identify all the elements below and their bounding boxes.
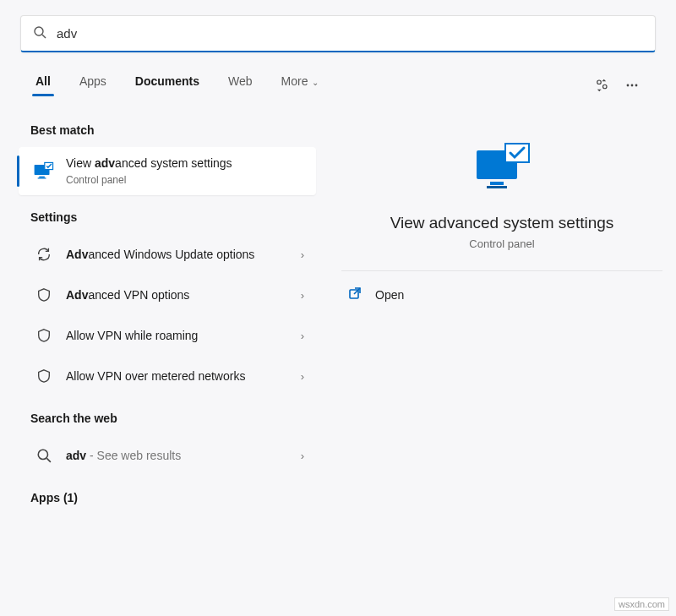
tab-more[interactable]: More⌄: [276, 71, 324, 100]
open-action[interactable]: Open: [341, 271, 662, 318]
svg-rect-9: [38, 177, 46, 178]
best-match-title: View advanced system settings: [66, 155, 304, 172]
section-best-match: Best match: [0, 108, 324, 147]
search-icon: [32, 444, 56, 467]
tab-web[interactable]: Web: [223, 71, 258, 100]
section-search-web: Search the web: [0, 396, 324, 435]
section-settings: Settings: [0, 195, 324, 234]
section-apps: Apps (1): [0, 476, 324, 515]
svg-point-2: [597, 80, 602, 84]
shield-icon: [32, 324, 56, 347]
svg-point-4: [627, 84, 630, 87]
svg-point-11: [38, 450, 47, 459]
svg-rect-15: [487, 186, 507, 188]
settings-result-title: Allow VPN over metered networks: [66, 368, 294, 384]
filter-tabs: All Apps Documents Web More⌄: [0, 52, 676, 100]
preview-monitor-check-icon: [341, 142, 662, 199]
account-switch-icon[interactable]: [588, 72, 615, 99]
svg-line-18: [354, 288, 360, 294]
preview-pane: View advanced system settings Control pa…: [324, 108, 676, 515]
svg-rect-14: [490, 182, 504, 185]
settings-result[interactable]: Advanced VPN options›: [19, 275, 316, 315]
open-external-icon: [348, 286, 362, 303]
chevron-right-icon: ›: [301, 248, 304, 261]
web-result-title: adv - See web results: [66, 448, 294, 464]
shield-icon: [32, 364, 56, 388]
svg-point-0: [35, 27, 43, 35]
best-match-result[interactable]: View advanced system settings Control pa…: [19, 147, 316, 195]
monitor-check-icon: [32, 160, 56, 183]
preview-title: View advanced system settings: [341, 214, 662, 232]
svg-line-12: [46, 458, 51, 462]
tab-all[interactable]: All: [30, 71, 56, 100]
settings-result[interactable]: Allow VPN while roaming›: [19, 315, 316, 356]
svg-point-5: [631, 84, 634, 87]
svg-point-3: [603, 84, 608, 89]
settings-result[interactable]: Advanced Windows Update options›: [19, 234, 316, 275]
watermark: wsxdn.com: [614, 597, 669, 611]
settings-result[interactable]: Allow VPN over metered networks›: [19, 356, 316, 396]
web-result[interactable]: adv - See web results ›: [19, 435, 316, 476]
chevron-right-icon: ›: [301, 330, 304, 342]
more-options-icon[interactable]: [619, 72, 646, 99]
chevron-right-icon: ›: [301, 450, 304, 462]
shield-icon: [32, 283, 56, 307]
svg-line-1: [42, 35, 46, 38]
settings-result-title: Advanced VPN options: [66, 287, 294, 303]
search-icon: [33, 25, 46, 41]
search-bar[interactable]: [20, 15, 656, 52]
search-input[interactable]: [57, 26, 643, 41]
sync-icon: [32, 243, 56, 266]
tab-more-label: More: [281, 74, 308, 88]
settings-result-title: Advanced Windows Update options: [66, 247, 294, 263]
results-column: Best match View advanced system settings…: [0, 108, 324, 515]
settings-result-title: Allow VPN while roaming: [66, 328, 294, 344]
svg-rect-8: [39, 176, 45, 177]
tab-documents[interactable]: Documents: [130, 71, 204, 100]
chevron-down-icon: ⌄: [312, 78, 319, 87]
chevron-right-icon: ›: [301, 289, 304, 302]
best-match-subtitle: Control panel: [66, 173, 304, 187]
chevron-right-icon: ›: [301, 370, 304, 383]
open-label: Open: [375, 288, 404, 302]
preview-subtitle: Control panel: [341, 237, 662, 250]
tab-apps[interactable]: Apps: [74, 71, 112, 100]
svg-point-6: [635, 84, 638, 87]
